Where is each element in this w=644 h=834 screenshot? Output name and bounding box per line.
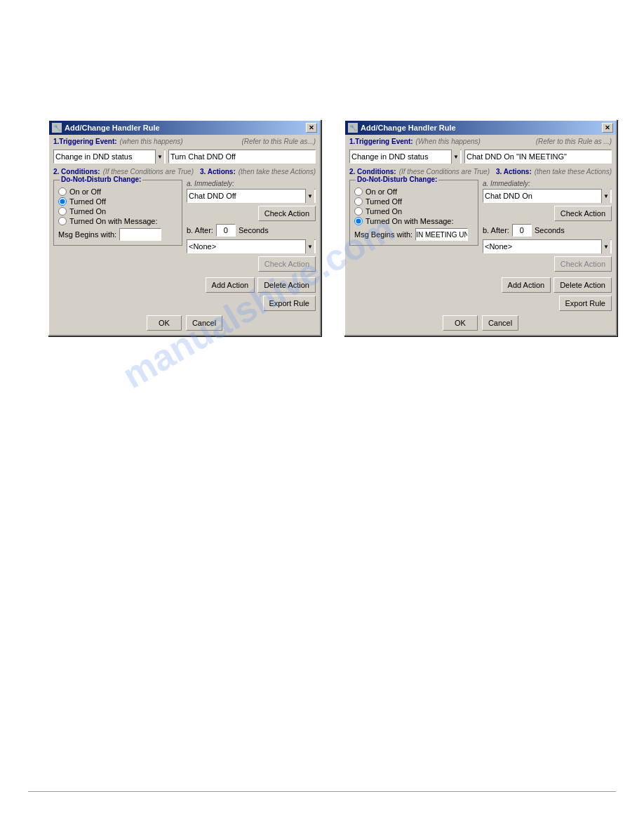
dialog1-close-button[interactable]: ✕ (306, 123, 317, 133)
dialog1-after-label: b. After: (187, 226, 213, 234)
dialog2-actions-col: a. Immediately: Chat DND On Check Action… (483, 180, 612, 274)
dialog2-groupbox-title: Do-Not-Disturb Change: (356, 176, 438, 183)
dialog2-action-row: Chat DND On (483, 189, 612, 203)
dialog2-add-action-button[interactable]: Add Action (502, 277, 551, 293)
dialog1-groupbox: Do-Not-Disturb Change: On or Off Turned … (53, 180, 182, 246)
dialog1-after-row: b. After: Seconds (187, 224, 316, 237)
dialog2-groupbox: Do-Not-Disturb Change: On or Off Turned … (349, 180, 478, 246)
dialog2-cancel-button[interactable]: Cancel (482, 315, 518, 331)
dialog1-radio-turned-on-label: Turned On (69, 207, 106, 216)
dialog2-radio-on-or-off[interactable]: On or Off (354, 187, 474, 196)
dialog2-msg-begins-input[interactable] (415, 228, 468, 241)
dialog2-after-input[interactable] (512, 224, 532, 237)
dialog2-radio-turned-on-label: Turned On (365, 207, 402, 216)
dialog2-check-action2-button[interactable]: Check Action (554, 256, 612, 272)
dialog1-titlebar: 🔧 Add/Change Handler Rule ✕ (49, 121, 320, 135)
dialog1-check-action-button[interactable]: Check Action (258, 206, 316, 221)
dialog2-none-dropdown[interactable]: <None> (483, 239, 612, 253)
dialog2-conditions-col: Do-Not-Disturb Change: On or Off Turned … (349, 180, 478, 274)
dialog1-ok-button[interactable]: OK (147, 315, 182, 331)
dialog2-section1-label: 1.Triggering Event: (349, 138, 413, 145)
dialog2-check-action-button[interactable]: Check Action (554, 206, 612, 221)
dialog1-groupbox-title: Do-Not-Disturb Change: (60, 176, 142, 183)
dialog1-action-dropdown[interactable]: Chat DND Off (187, 189, 316, 203)
dialog2-radio-turned-off-input[interactable] (354, 197, 363, 206)
dialog2-section2-hint: (If these Conditions are True) (399, 168, 490, 176)
dialog2-delete-action-button[interactable]: Delete Action (554, 277, 612, 293)
dialog1-actions-sublabel: a. Immediately: (187, 180, 316, 187)
dialog1-action-dropdown-wrapper: Chat DND Off (187, 189, 316, 203)
dialog1-none-dropdown[interactable]: <None> (187, 239, 316, 253)
dialog1-section1-hint: (when this happens) (120, 138, 183, 145)
dialog2-radio-on-or-off-input[interactable] (354, 187, 363, 196)
dialog1-ok-cancel-row: OK Cancel (53, 315, 316, 331)
dialog2-radio-turned-on[interactable]: Turned On (354, 207, 474, 216)
dialog2-seconds-label: Seconds (535, 226, 565, 234)
dialog2-radio-turned-off-label: Turned Off (365, 197, 402, 206)
dialog1-seconds-label: Seconds (239, 226, 269, 234)
dialog2-msg-begins-label: Msg Begins with: (354, 230, 412, 239)
dialog1-after-input[interactable] (216, 224, 236, 237)
dialog1-section2-label: 2. Conditions: (53, 168, 100, 176)
dialog1-export-rule-button[interactable]: Export Rule (263, 296, 316, 311)
dialog1-check-action-row: Check Action (187, 206, 316, 221)
dialog1-check-action2-button[interactable]: Check Action (258, 256, 316, 272)
dialog1-add-action-button[interactable]: Add Action (206, 277, 255, 293)
dialog2-action-dropdown-wrapper: Chat DND On (483, 189, 612, 203)
dialog2-after-label: b. After: (483, 226, 509, 234)
dialog2-radio-turned-on-msg-input[interactable] (354, 217, 363, 225)
dialog2-check-action-row: Check Action (483, 206, 612, 221)
dialog1-radio-turned-on[interactable]: Turned On (58, 207, 177, 216)
dialog1-export-row: Export Rule (53, 296, 316, 311)
dialog1-columns: Do-Not-Disturb Change: On or Off Turned … (53, 180, 316, 274)
dialog2-after-row: b. After: Seconds (483, 224, 612, 237)
dialog2-body: 1.Triggering Event: (When this happens) … (345, 135, 616, 335)
dialog2-titlebar: 🔧 Add/Change Handler Rule ✕ (345, 121, 616, 135)
dialog2-export-rule-button[interactable]: Export Rule (559, 296, 612, 311)
dialog1-radio-turned-on-msg-input[interactable] (58, 217, 67, 225)
dialog2-close-button[interactable]: ✕ (602, 123, 613, 133)
dialog2-titlebar-left: 🔧 Add/Change Handler Rule (348, 123, 456, 133)
dialog2-none-row: <None> (483, 239, 612, 253)
dialog1-radio-on-or-off-input[interactable] (58, 187, 67, 196)
dialog1-cancel-button[interactable]: Cancel (186, 315, 222, 331)
dialog1-msg-begins-label: Msg Begins with: (58, 230, 116, 239)
dialog2-triggering-dropdown[interactable]: Change in DND status (349, 150, 462, 164)
dialog2-export-row: Export Rule (349, 296, 612, 311)
dialog2-section3-label: 3. Actions: (496, 168, 532, 176)
dialog1-triggering-dropdown[interactable]: Change in DND status (53, 150, 166, 164)
dialog1-titlebar-left: 🔧 Add/Change Handler Rule (52, 123, 160, 133)
dialog2-check-action2-row: Check Action (483, 256, 612, 272)
dialog2-rule-name-input[interactable] (464, 150, 612, 164)
dialog2-action-dropdown[interactable]: Chat DND On (483, 189, 612, 203)
dialog2-triggering-row: Change in DND status (349, 150, 612, 164)
dialog2-radio-turned-on-msg[interactable]: Turned On with Message: (354, 217, 474, 225)
bottom-divider (28, 791, 616, 792)
dialog2-section2-label: 2. Conditions: (349, 168, 396, 176)
dialog1-section1-row: 1.Triggering Event: (when this happens) … (53, 138, 316, 147)
dialog1-radio-turned-off[interactable]: Turned Off (58, 197, 177, 206)
dialog2-title: Add/Change Handler Rule (361, 124, 456, 132)
dialog2-icon: 🔧 (348, 123, 358, 133)
dialog1-section1-label: 1.Triggering Event: (53, 138, 117, 145)
dialog2-ok-cancel-row: OK Cancel (349, 315, 612, 331)
dialog2-actions-sublabel: a. Immediately: (483, 180, 612, 187)
dialog2-ok-button[interactable]: OK (443, 315, 478, 331)
dialog1-delete-action-button[interactable]: Delete Action (257, 277, 316, 293)
dialog2: 🔧 Add/Change Handler Rule ✕ 1.Triggering… (344, 119, 617, 336)
dialog1-msg-begins-input[interactable] (119, 228, 161, 241)
dialog2-radio-turned-off[interactable]: Turned Off (354, 197, 474, 206)
dialog1-section2-hint: (If these Conditions are True) (103, 168, 194, 176)
dialog1-none-row: <None> (187, 239, 316, 253)
dialog1-conditions-col: Do-Not-Disturb Change: On or Off Turned … (53, 180, 182, 274)
dialog1-radio-turned-on-input[interactable] (58, 207, 67, 216)
dialog1-radio-on-or-off-label: On or Off (69, 187, 101, 196)
dialog1-icon: 🔧 (52, 123, 62, 133)
dialog1-rule-name-input[interactable] (168, 150, 316, 164)
dialog2-radio-turned-on-input[interactable] (354, 207, 363, 216)
dialog1-radio-turned-on-msg-label: Turned On with Message: (69, 217, 158, 225)
dialog1-radio-turned-on-msg[interactable]: Turned On with Message: (58, 217, 177, 225)
dialog1-radio-turned-off-input[interactable] (58, 197, 67, 206)
dialog1-radio-on-or-off[interactable]: On or Off (58, 187, 177, 196)
dialog1-actions-col: a. Immediately: Chat DND Off Check Actio… (187, 180, 316, 274)
